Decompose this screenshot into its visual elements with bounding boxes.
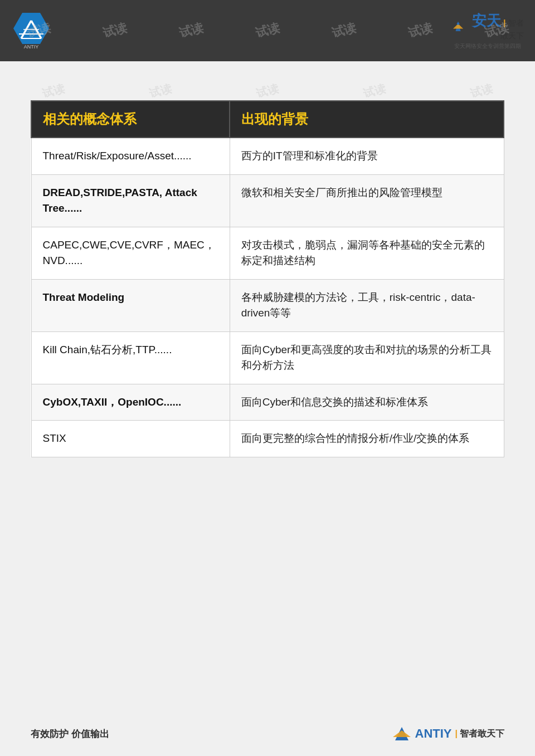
table-cell-concept: DREAD,STRIDE,PASTA, Attack Tree...... bbox=[31, 174, 230, 227]
watermark-3: 试读 bbox=[177, 19, 205, 42]
svg-point-9 bbox=[457, 22, 460, 25]
corner-logo-text: 安天 | 智者敢天下 bbox=[467, 11, 524, 41]
antiy-logo-svg: ANTIY bbox=[11, 11, 51, 51]
antiy-logo: ANTIY bbox=[11, 11, 51, 51]
eagle-icon bbox=[451, 17, 465, 35]
logo-area: ANTIY bbox=[11, 11, 51, 51]
footer-left-text: 有效防护 价值输出 bbox=[31, 728, 109, 740]
footer-eagle-icon bbox=[392, 724, 412, 744]
corner-logo-antiy: 安天 bbox=[472, 12, 501, 29]
footer: 有效防护 价值输出 ANTIY | 智者敢天下 bbox=[0, 711, 535, 756]
header: ANTIY 试读 试读 试读 试读 试读 试读 试读 安天 | 智者敢天下 安天 bbox=[0, 0, 535, 61]
table-cell-background: 微软和相关安全厂商所推出的风险管理模型 bbox=[230, 174, 504, 227]
table-row: STIX面向更完整的综合性的情报分析/作业/交换的体系 bbox=[31, 421, 504, 457]
main-content: 相关的概念体系 出现的背景 Threat/Risk/Exposure/Asset… bbox=[0, 61, 535, 480]
footer-divider: | bbox=[455, 729, 458, 739]
table-cell-concept: Kill Chain,钻石分析,TTP...... bbox=[31, 331, 230, 384]
table-cell-background: 对攻击模式，脆弱点，漏洞等各种基础的安全元素的标定和描述结构 bbox=[230, 227, 504, 279]
watermark-6: 试读 bbox=[406, 19, 434, 42]
svg-marker-0 bbox=[13, 13, 49, 44]
table-row: Kill Chain,钻石分析,TTP......面向Cyber和更高强度的攻击… bbox=[31, 331, 504, 384]
table-row: Threat Modeling各种威胁建模的方法论，工具，risk-centri… bbox=[31, 279, 504, 331]
footer-right: ANTIY | 智者敢天下 bbox=[392, 724, 504, 744]
svg-text:ANTIY: ANTIY bbox=[24, 44, 39, 50]
header-right-logo: 安天 | 智者敢天下 安天网络安全专训营第四期 bbox=[451, 11, 524, 50]
corner-logo-main: 安天 | 智者敢天下 bbox=[451, 11, 524, 41]
table-cell-concept: CAPEC,CWE,CVE,CVRF，MAEC，NVD...... bbox=[31, 227, 230, 279]
table-row: CAPEC,CWE,CVE,CVRF，MAEC，NVD......对攻击模式，脆… bbox=[31, 227, 504, 279]
watermark-4: 试读 bbox=[254, 19, 281, 42]
col2-header: 出现的背景 bbox=[230, 101, 504, 138]
table-cell-background: 面向更完整的综合性的情报分析/作业/交换的体系 bbox=[230, 421, 504, 457]
table-cell-concept: Threat Modeling bbox=[31, 279, 230, 331]
table-cell-concept: Threat/Risk/Exposure/Asset...... bbox=[31, 138, 230, 174]
col1-header: 相关的概念体系 bbox=[31, 101, 230, 138]
concept-table: 相关的概念体系 出现的背景 Threat/Risk/Exposure/Asset… bbox=[31, 100, 504, 457]
table-cell-background: 西方的IT管理和标准化的背景 bbox=[230, 138, 504, 174]
table-header-row: 相关的概念体系 出现的背景 bbox=[31, 101, 504, 138]
table-row: DREAD,STRIDE,PASTA, Attack Tree......微软和… bbox=[31, 174, 504, 227]
table-cell-background: 面向Cyber和信息交换的描述和标准体系 bbox=[230, 384, 504, 421]
corner-logo-separator: | bbox=[503, 18, 505, 27]
table-cell-background: 各种威胁建模的方法论，工具，risk-centric，data-driven等等 bbox=[230, 279, 504, 331]
table-cell-concept: CybOX,TAXII，OpenIOC...... bbox=[31, 384, 230, 421]
table-cell-background: 面向Cyber和更高强度的攻击和对抗的场景的分析工具和分析方法 bbox=[230, 331, 504, 384]
table-row: CybOX,TAXII，OpenIOC......面向Cyber和信息交换的描述… bbox=[31, 384, 504, 421]
watermark-5: 试读 bbox=[330, 19, 358, 42]
svg-marker-11 bbox=[393, 730, 411, 737]
corner-tagline: 安天网络安全专训营第四期 bbox=[454, 42, 521, 50]
table-row: Threat/Risk/Exposure/Asset......西方的IT管理和… bbox=[31, 138, 504, 174]
table-cell-concept: STIX bbox=[31, 421, 230, 457]
footer-sub-label: 智者敢天下 bbox=[460, 728, 504, 740]
watermark-2: 试读 bbox=[101, 19, 129, 42]
footer-antiy-label: ANTIY bbox=[415, 726, 452, 741]
